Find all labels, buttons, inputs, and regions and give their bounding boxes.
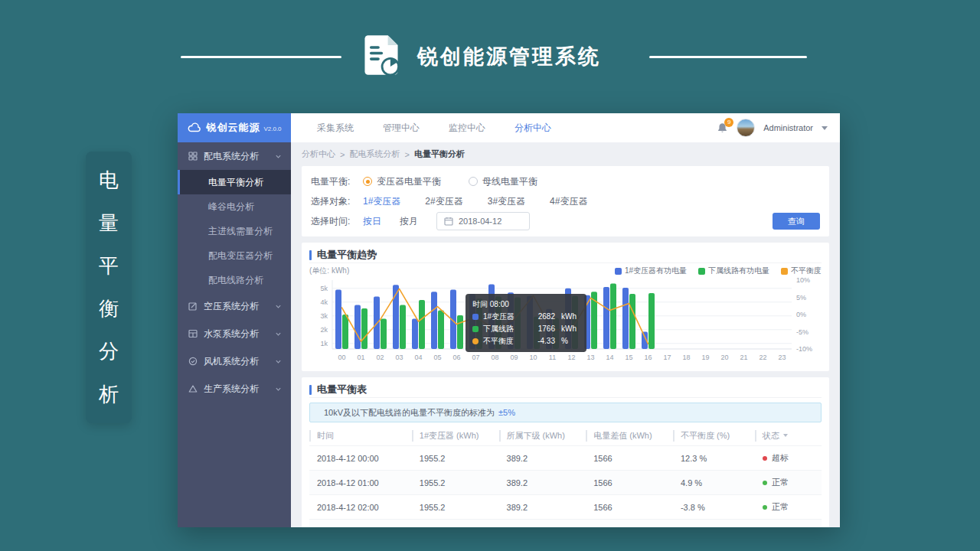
- grid-icon: [188, 152, 198, 161]
- svg-text:5k: 5k: [320, 285, 328, 292]
- legend-label: 不平衡度: [791, 266, 822, 276]
- svg-text:20: 20: [720, 354, 728, 361]
- legend-item[interactable]: 下属线路有功电量: [698, 266, 769, 276]
- object-option-4#变压器[interactable]: 4#变压器: [550, 195, 587, 208]
- object-option-2#变压器[interactable]: 2#变压器: [425, 195, 462, 208]
- radio-option-变压器电量平衡[interactable]: 变压器电量平衡: [363, 175, 441, 188]
- username[interactable]: Administrator: [763, 123, 813, 132]
- object-option-1#变压器[interactable]: 1#变压器: [363, 195, 400, 208]
- status-badge: 超标: [763, 452, 821, 464]
- avatar[interactable]: [737, 119, 755, 137]
- nav-item-采集系统[interactable]: 采集系统: [317, 122, 354, 135]
- svg-text:15: 15: [625, 354, 632, 361]
- svg-text:-10%: -10%: [796, 345, 812, 353]
- column-header-电量差值 (kWh): 电量差值 (kWh): [586, 425, 673, 446]
- breadcrumb-item[interactable]: 分析中心: [302, 148, 335, 160]
- sidebar-group-label: 生产系统分析: [204, 383, 259, 396]
- sidebar-item-电量平衡分析[interactable]: 电量平衡分析: [178, 170, 291, 194]
- decorative-line-right: [649, 56, 807, 58]
- nav-right: 9 Administrator: [717, 119, 840, 137]
- cell-imbalance: -3.8 %: [673, 495, 755, 520]
- table-row: 2018-4-12 00:001955.2389.2156612.3 %超标: [309, 446, 822, 471]
- chevron-down-icon: [275, 358, 282, 365]
- circle-check-icon: [188, 357, 198, 366]
- svg-text:4k: 4k: [320, 298, 328, 306]
- calendar-icon: [444, 217, 453, 226]
- app-logo[interactable]: 锐创云能源 V2.0.0: [178, 113, 291, 142]
- breadcrumb-separator: >: [404, 150, 409, 159]
- column-header-label: 1#变压器 (kWh): [420, 430, 479, 442]
- decorative-line-left: [181, 56, 341, 58]
- cell-subordinate: 389.2: [499, 495, 586, 520]
- legend-item[interactable]: 1#变压器有功电量: [615, 266, 687, 276]
- object-option-group: 1#变压器2#变压器3#变压器4#变压器: [363, 195, 612, 208]
- sidebar-group-风机系统分析[interactable]: 风机系统分析: [178, 347, 291, 375]
- cell-difference: 1566: [586, 446, 673, 471]
- column-header-inner: 时间: [309, 430, 412, 442]
- cell-transformer: 1955.2: [412, 495, 499, 520]
- legend-swatch: [781, 268, 788, 275]
- cell-status: 正常: [755, 495, 822, 520]
- svg-text:11: 11: [549, 354, 556, 361]
- table-row: 2018-4-12 02:001955.2389.21566-3.8 %正常: [309, 495, 822, 520]
- sidebar-group-生产系统分析[interactable]: 生产系统分析: [178, 375, 291, 403]
- chart-panel: 电量平衡趋势 (单位: kWh) 1#变压器有功电量下属线路有功电量不平衡度 1…: [302, 243, 829, 371]
- notification-bell-icon[interactable]: 9: [717, 122, 728, 134]
- sidebar-group-配电系统分析[interactable]: 配电系统分析: [178, 142, 291, 170]
- column-header-状态[interactable]: 状态: [755, 425, 822, 446]
- sidebar-item-配电变压器分析[interactable]: 配电变压器分析: [178, 243, 291, 268]
- svg-text:00: 00: [338, 354, 345, 361]
- cell-transformer: 1955.2: [412, 520, 499, 528]
- column-header-inner: 不平衡度 (%): [673, 430, 755, 442]
- radio-option-母线电量平衡[interactable]: 母线电量平衡: [469, 175, 537, 188]
- svg-text:03: 03: [395, 354, 403, 361]
- svg-text:13: 13: [586, 354, 594, 361]
- cell-time: 2018-4-12 01:00: [309, 471, 412, 495]
- side-tag-char: 析: [99, 381, 119, 408]
- status-dot: [763, 481, 767, 485]
- status-dot: [763, 505, 767, 510]
- column-header-label: 电量差值 (kWh): [593, 430, 652, 442]
- column-header-label: 所属下级 (kWh): [507, 430, 565, 442]
- svg-text:04: 04: [414, 354, 422, 361]
- svg-text:10%: 10%: [796, 277, 810, 284]
- sidebar-group-label: 水泵系统分析: [204, 328, 259, 341]
- svg-text:10: 10: [529, 354, 537, 361]
- date-value: 2018-04-12: [459, 217, 501, 226]
- chart-unit-label: (单位: kWh): [309, 266, 349, 276]
- column-header-label: 不平衡度 (%): [681, 430, 730, 442]
- cell-subordinate: 389.2: [499, 520, 586, 528]
- balance-filter-label: 电量平衡:: [311, 175, 363, 188]
- user-menu-caret-icon[interactable]: [822, 126, 828, 130]
- legend-item[interactable]: 不平衡度: [781, 266, 822, 276]
- sidebar-item-主进线需量分析[interactable]: 主进线需量分析: [178, 219, 291, 243]
- time-tab-按月[interactable]: 按月: [400, 215, 418, 228]
- app-window: 锐创云能源 V2.0.0 采集系统管理中心监控中心分析中心 9 Administ…: [178, 113, 840, 527]
- breadcrumb-item[interactable]: 配电系统分析: [349, 148, 400, 160]
- nav-item-分析中心[interactable]: 分析中心: [514, 122, 551, 135]
- svg-text:16: 16: [644, 354, 652, 361]
- sidebar-group-水泵系统分析[interactable]: 水泵系统分析: [178, 320, 291, 347]
- content-area: 分析中心>配电系统分析>电量平衡分析 电量平衡: 变压器电量平衡母线电量平衡 选…: [291, 142, 840, 527]
- svg-text:19: 19: [701, 354, 709, 361]
- date-picker[interactable]: 2018-04-12: [436, 212, 530, 230]
- svg-text:23: 23: [778, 354, 786, 361]
- column-header-inner: 所属下级 (kWh): [499, 430, 586, 442]
- nav-item-监控中心[interactable]: 监控中心: [449, 122, 485, 135]
- breadcrumb: 分析中心>配电系统分析>电量平衡分析: [302, 148, 829, 160]
- column-header-时间: 时间: [309, 425, 412, 446]
- filter-panel: 电量平衡: 变压器电量平衡母线电量平衡 选择对象: 1#变压器2#变压器3#变压…: [302, 166, 829, 236]
- sidebar-item-配电线路分析[interactable]: 配电线路分析: [178, 268, 291, 292]
- chevron-down-icon: [275, 153, 282, 160]
- svg-text:09: 09: [510, 354, 518, 361]
- time-tab-group: 按日按月: [363, 215, 436, 228]
- banner-highlight: ±5%: [498, 408, 515, 417]
- balance-trend-chart: 1k2k3k4k5k10%5%0%-5%-10%0001020304050607…: [309, 277, 822, 367]
- query-button[interactable]: 查询: [773, 213, 820, 230]
- object-option-3#变压器[interactable]: 3#变压器: [488, 195, 525, 208]
- nav-item-管理中心[interactable]: 管理中心: [383, 122, 420, 135]
- sidebar-item-峰谷电分析[interactable]: 峰谷电分析: [178, 194, 291, 219]
- time-tab-按日[interactable]: 按日: [363, 215, 381, 228]
- svg-text:02: 02: [376, 354, 384, 361]
- sidebar-group-空压系统分析[interactable]: 空压系统分析: [178, 292, 291, 320]
